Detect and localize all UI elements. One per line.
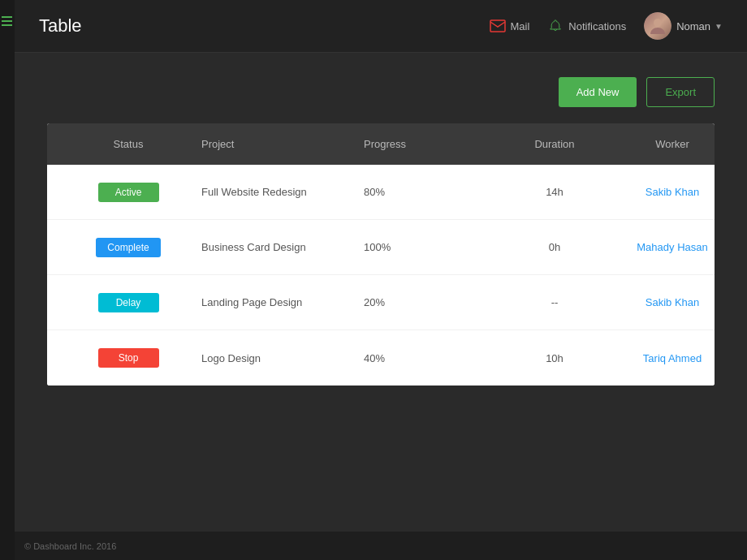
th-worker: Worker — [607, 123, 715, 165]
cell-status: Delay — [63, 280, 193, 325]
cell-duration: 14h — [502, 173, 607, 211]
notifications-icon — [547, 19, 563, 32]
table-body: Active Full Website Redesign 80% 14h Sak… — [47, 165, 715, 386]
username: Noman — [676, 20, 710, 32]
cell-status: Stop — [63, 335, 193, 381]
sidebar — [0, 0, 15, 560]
svg-point-1 — [654, 19, 662, 27]
status-badge: Delay — [98, 293, 159, 312]
table-row: Stop Logo Design 40% 10h Tariq Ahmed $45… — [47, 330, 715, 386]
worker-link[interactable]: Tariq Ahmed — [643, 352, 702, 364]
export-button[interactable]: Export — [646, 77, 715, 107]
cell-worker: Sakib Khan — [607, 173, 715, 211]
mail-button[interactable]: Mail — [490, 19, 530, 32]
table-header: Status Project Progress Duration Worker … — [47, 123, 715, 165]
cell-duration: 0h — [502, 228, 607, 266]
cell-duration: -- — [502, 283, 607, 321]
cell-status: Active — [63, 170, 193, 215]
cell-project: Logo Design — [193, 339, 356, 377]
th-project: Project — [193, 123, 356, 165]
username-area[interactable]: Noman ▼ — [676, 20, 723, 32]
mail-icon — [490, 19, 506, 32]
table-row: Complete Business Card Design 100% 0h Ma… — [47, 220, 715, 275]
avatar — [644, 12, 671, 40]
th-status: Status — [63, 123, 193, 165]
user-profile[interactable]: Noman ▼ — [644, 12, 723, 40]
worker-link[interactable]: Mahady Hasan — [637, 241, 707, 253]
table-container: Status Project Progress Duration Worker … — [47, 123, 715, 386]
svg-rect-0 — [490, 20, 505, 32]
th-duration: Duration — [502, 123, 607, 165]
th-progress: Progress — [356, 123, 502, 165]
table-row: Active Full Website Redesign 80% 14h Sak… — [47, 165, 715, 220]
cell-duration: 10h — [502, 339, 607, 377]
cell-progress: 40% — [356, 339, 502, 377]
cell-project: Business Card Design — [193, 228, 356, 266]
notifications-label: Notifications — [568, 20, 626, 32]
status-badge: Active — [98, 183, 159, 202]
cell-worker: Sakib Khan — [607, 283, 715, 321]
status-badge: Stop — [98, 348, 159, 368]
cell-project: Full Website Redesign — [193, 173, 356, 211]
add-new-button[interactable]: Add New — [559, 77, 637, 107]
topbar: Table Mail Notifications — [15, 0, 747, 53]
main-content: Add New Export Status Project Progress D… — [15, 53, 747, 410]
page-title: Table — [39, 15, 490, 37]
cell-worker: Tariq Ahmed — [607, 339, 715, 377]
cell-status: Complete — [63, 225, 193, 270]
cell-progress: 80% — [356, 173, 502, 211]
table-row: Delay Landing Page Design 20% -- Sakib K… — [47, 275, 715, 330]
chevron-down-icon: ▼ — [715, 22, 723, 31]
footer: © Dashboard Inc. 2016 — [0, 532, 747, 560]
mail-label: Mail — [511, 20, 530, 32]
topbar-right: Mail Notifications Noman ▼ — [490, 12, 723, 40]
footer-text: © Dashboard Inc. 2016 — [24, 541, 116, 551]
notifications-button[interactable]: Notifications — [547, 19, 626, 32]
status-badge: Complete — [96, 238, 160, 257]
cell-progress: 100% — [356, 228, 502, 266]
toolbar: Add New Export — [47, 77, 715, 107]
menu-icon[interactable] — [2, 16, 12, 26]
worker-link[interactable]: Sakib Khan — [646, 296, 700, 308]
worker-link[interactable]: Sakib Khan — [646, 186, 700, 198]
cell-project: Landing Page Design — [193, 283, 356, 321]
cell-progress: 20% — [356, 283, 502, 321]
cell-worker: Mahady Hasan — [607, 228, 715, 266]
